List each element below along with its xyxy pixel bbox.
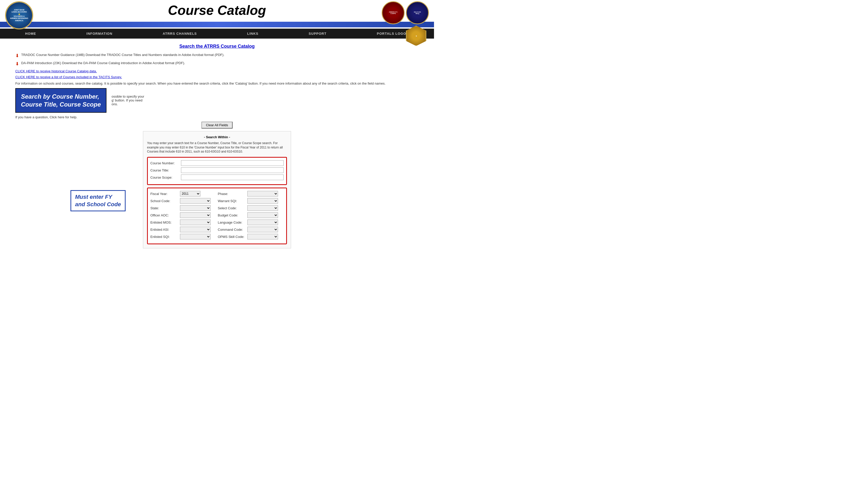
phase-select[interactable]: [247, 191, 278, 197]
must-enter-line1: Must enter FY: [75, 194, 121, 201]
enlisted-mos-row: Enlisted MOS:: [150, 220, 216, 225]
right-logo-1-text: AMERICA'SCORPS: [389, 11, 397, 14]
historical-data-link[interactable]: CLICK HERE to receive historical Course …: [15, 69, 97, 73]
course-title-row: Course Title:: [150, 167, 284, 173]
command-code-row: Command Code:: [218, 227, 284, 232]
logo-text: JOINT BASELEWIS-McCHORD⭐SOLDIERS &AIRMEN…: [10, 8, 29, 22]
school-code-select[interactable]: [180, 198, 211, 204]
right-logos: AMERICA'SCORPS 62d AirliftWing ★: [382, 1, 429, 46]
info-text-1: For information on schools and courses, …: [15, 81, 419, 86]
search-within-title: - Search Within -: [147, 135, 287, 139]
enlisted-sqi-select[interactable]: [180, 234, 211, 239]
warrant-sqi-label: Warrant SQI:: [218, 199, 246, 203]
command-code-select[interactable]: [247, 227, 278, 232]
course-number-label: Course Number:: [150, 161, 181, 165]
state-select[interactable]: [180, 205, 211, 211]
dropdowns-grid: Fiscal Year: 2011 School Code:: [150, 191, 284, 241]
nav-home[interactable]: HOME: [23, 31, 39, 36]
tradoc-link-text: TRADOC Course Number Guidance (1MB) Down…: [21, 53, 224, 57]
officer-aoc-select[interactable]: [180, 212, 211, 218]
enlisted-asi-select[interactable]: [180, 227, 211, 232]
officer-aoc-row: Officer AOC:: [150, 212, 216, 218]
language-code-row: Language Code:: [218, 220, 284, 225]
tradoc-link-row: ⬇ TRADOC Course Number Guidance (1MB) Do…: [15, 53, 419, 58]
third-logo: ★: [406, 26, 426, 46]
course-scope-label: Course Scope:: [150, 175, 181, 179]
opms-skill-code-label: OPMS Skill Code:: [218, 235, 246, 239]
language-code-select[interactable]: [247, 220, 278, 225]
opms-skill-code-row: OPMS Skill Code:: [218, 234, 284, 239]
select-code-row: Select Code:: [218, 205, 284, 211]
budget-code-label: Budget Code:: [218, 213, 246, 217]
budget-code-select[interactable]: [247, 212, 278, 218]
nav-support[interactable]: SUPPORT: [306, 31, 329, 36]
info-text-2: If you have a question, Click here for h…: [15, 115, 419, 119]
tacits-survey-link[interactable]: CLICK HERE to receive a list of Courses …: [15, 75, 122, 79]
download-icon-1: ⬇: [15, 53, 19, 58]
language-code-label: Language Code:: [218, 221, 246, 224]
dapam-link-row: ⬇ DA-PAM Introduction (23K) Download the…: [15, 61, 419, 67]
info-text-partial: ossible to specify yourg' button. If you…: [112, 94, 144, 106]
search-heading: Search the ATRRS Course Catalog: [15, 44, 419, 49]
tooltip-box: Search by Course Number, Course Title, C…: [15, 88, 106, 113]
course-scope-input[interactable]: [181, 174, 284, 180]
course-fields-section: Course Number: Course Title: Course Scop…: [147, 157, 287, 185]
nav-links[interactable]: LINKS: [245, 31, 261, 36]
enlisted-sqi-row: Enlisted SQI:: [150, 234, 216, 239]
warrant-sqi-row: Warrant SQI:: [218, 198, 284, 204]
search-desc: You may enter your search text for a Cou…: [147, 141, 287, 154]
nav-atrrs-channels[interactable]: ATRRS CHANNELS: [160, 31, 199, 36]
large-form: - Search Within - You may enter your sea…: [141, 131, 293, 248]
nav-information[interactable]: INFORMATION: [84, 31, 115, 36]
third-logo-text: ★: [415, 35, 417, 37]
right-logo-2-text: 62d AirliftWing: [414, 11, 421, 14]
select-code-select[interactable]: [247, 205, 278, 211]
fiscal-year-select[interactable]: 2011: [180, 191, 200, 197]
fiscal-year-label: Fiscal Year:: [150, 192, 179, 196]
fiscal-year-row: Fiscal Year: 2011: [150, 191, 216, 197]
course-title-label: Course Title:: [150, 168, 181, 172]
click-here-2[interactable]: CLICK HERE to receive a list of Courses …: [15, 75, 419, 79]
budget-code-row: Budget Code:: [218, 212, 284, 218]
header: JOINT BASELEWIS-McCHORD⭐SOLDIERS &AIRMEN…: [0, 0, 434, 21]
course-scope-row: Course Scope:: [150, 174, 284, 180]
enlisted-mos-label: Enlisted MOS:: [150, 221, 179, 224]
tooltip-area: Search by Course Number, Course Title, C…: [15, 88, 419, 113]
course-title-input[interactable]: [181, 167, 284, 173]
blue-bar: [0, 22, 434, 27]
phase-row: Phase:: [218, 191, 284, 197]
must-enter-line2: and School Code: [75, 201, 121, 208]
nav-bar: HOME INFORMATION ATRRS CHANNELS LINKS SU…: [0, 29, 434, 38]
school-code-label: School Code:: [150, 199, 179, 203]
click-here-1[interactable]: CLICK HERE to receive historical Course …: [15, 69, 419, 73]
enlisted-asi-label: Enlisted ASI:: [150, 228, 179, 231]
course-number-input[interactable]: [181, 160, 284, 166]
school-code-row: School Code:: [150, 198, 216, 204]
americas-corps-logo: AMERICA'SCORPS: [382, 1, 405, 24]
enlisted-mos-select[interactable]: [180, 220, 211, 225]
dapam-link-text: DA-PAM Introduction (23K) Download the D…: [21, 61, 185, 65]
download-icon-2: ⬇: [15, 61, 19, 67]
select-code-label: Select Code:: [218, 206, 246, 210]
left-logo: JOINT BASELEWIS-McCHORD⭐SOLDIERS &AIRMEN…: [5, 1, 33, 29]
main-content: Search the ATRRS Course Catalog ⬇ TRADOC…: [0, 38, 434, 254]
enlisted-sqi-label: Enlisted SQI:: [150, 235, 179, 239]
airlift-wing-logo: 62d AirliftWing: [406, 1, 429, 24]
tooltip-line2: Course Title, Course Scope: [21, 101, 101, 108]
dropdowns-container: Must enter FY and School Code Fiscal Yea…: [147, 188, 287, 244]
bottom-form: Fiscal Year: 2011 School Code:: [147, 188, 287, 244]
tooltip-line1: Search by Course Number,: [21, 92, 101, 101]
page-title: Course Catalog: [168, 3, 266, 18]
clear-all-fields-button[interactable]: Clear All Fields: [202, 122, 233, 129]
warrant-sqi-select[interactable]: [247, 198, 278, 204]
state-row: State:: [150, 205, 216, 211]
state-label: State:: [150, 206, 179, 210]
enlisted-asi-row: Enlisted ASI:: [150, 227, 216, 232]
phase-label: Phase:: [218, 192, 246, 196]
command-code-label: Command Code:: [218, 228, 246, 231]
must-enter-box: Must enter FY and School Code: [70, 190, 126, 211]
course-number-row: Course Number:: [150, 160, 284, 166]
search-form: - Search Within - You may enter your sea…: [143, 131, 291, 248]
officer-aoc-label: Officer AOC:: [150, 213, 179, 217]
opms-skill-code-select[interactable]: [247, 234, 278, 239]
